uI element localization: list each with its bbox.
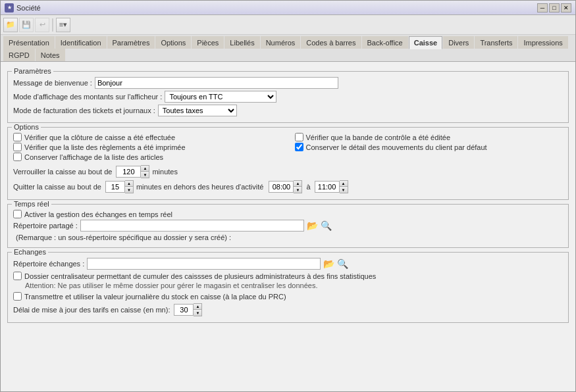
cloture-label: Vérifier que la clôture de caisse a été … (24, 134, 175, 141)
affichage-row: Conserver l'affichage de la liste des ar… (13, 153, 282, 161)
repertoire-echanges-input[interactable] (87, 258, 321, 270)
repertoire-partage-label: Répertoire partagé : (13, 222, 78, 230)
heure-fin-arrows: ▲ ▼ (340, 180, 348, 193)
repertoire-echanges-label: Répertoire échanges : (13, 260, 84, 268)
tab-rgpd[interactable]: RGPD (3, 49, 35, 61)
quitter-arrows: ▲ ▼ (125, 180, 134, 193)
heure-debut-arrows: ▲ ▼ (294, 180, 302, 193)
tab-divers[interactable]: Divers (443, 36, 474, 49)
tab-back-office[interactable]: Back-office (362, 36, 408, 49)
title-bar-buttons: ─ □ ✕ (537, 3, 571, 12)
facturation-tickets-select[interactable]: Toutes taxes (158, 105, 237, 116)
toolbar-separator (52, 18, 53, 32)
title-bar: ★ Société ─ □ ✕ (1, 1, 575, 15)
affichage-checkbox[interactable] (13, 153, 22, 161)
content-area: Paramètres Message de bienvenue : Mode d… (1, 62, 575, 391)
undo-btn[interactable]: ↩ (35, 18, 49, 32)
affichage-label: Conserver l'affichage de la liste des ar… (24, 153, 163, 161)
repertoire-partage-search-icon[interactable]: 🔍 (321, 220, 332, 231)
parametres-section: Paramètres Message de bienvenue : Mode d… (7, 71, 569, 123)
main-window: ★ Société ─ □ ✕ 📁 💾 ↩ ≡▾ Présentation Id… (0, 0, 576, 392)
repertoire-echanges-folder-icon[interactable]: 📂 (323, 258, 334, 269)
tab-identification[interactable]: Identification (55, 36, 107, 49)
verrouiller-down[interactable]: ▼ (141, 172, 149, 178)
verrouiller-unit: minutes (152, 168, 178, 176)
heure-debut-input[interactable] (269, 181, 294, 193)
tab-presentation[interactable]: Présentation (3, 36, 55, 49)
remarque-row: (Remarque : un sous-répertoire spécifiqu… (16, 233, 563, 241)
transmettre-checkbox[interactable] (13, 292, 22, 301)
bande-checkbox[interactable] (295, 133, 303, 141)
delai-spinner: ▲ ▼ (174, 303, 202, 316)
title-bar-left: ★ Société (5, 3, 41, 12)
quitter-unit: minutes en dehors des heures d'activité (136, 183, 264, 191)
activer-echanges-checkbox[interactable] (13, 210, 22, 218)
maximize-btn[interactable]: □ (549, 3, 560, 12)
verrouiller-label: Verrouiller la caisse au bout de (13, 168, 112, 176)
dossier-centralisateur-checkbox[interactable] (13, 272, 22, 280)
bande-label: Vérifier que la bande de contrôle a été … (306, 134, 451, 141)
tab-notes[interactable]: Notes (36, 49, 65, 61)
options-col-left: Vérifier que la clôture de caisse a été … (13, 133, 282, 162)
tab-options[interactable]: Options (155, 36, 191, 49)
tab-codes-barres[interactable]: Codes à barres (301, 36, 361, 49)
repertoire-echanges-row: Répertoire échanges : 📂 🔍 (13, 258, 563, 270)
app-icon: ★ (5, 3, 14, 12)
options-two-col: Vérifier que la clôture de caisse a été … (13, 133, 563, 162)
quitter-label: Quitter la caisse au bout de (13, 183, 101, 191)
cloture-checkbox[interactable] (13, 133, 22, 141)
verrouiller-up[interactable]: ▲ (141, 166, 149, 172)
heure-fin-input[interactable] (315, 181, 340, 193)
tab-parametres[interactable]: Paramètres (107, 36, 155, 49)
delai-label: Délai de mise à jour des tarifs en caiss… (13, 306, 170, 314)
facturation-tickets-row: Mode de facturation des tickets et journ… (13, 105, 563, 116)
message-bienvenue-input[interactable] (95, 77, 338, 89)
window-title: Société (16, 4, 41, 12)
reglements-label: Vérifier que la liste des règlements a é… (24, 143, 186, 151)
reglements-checkbox[interactable] (13, 143, 22, 151)
verrouiller-input[interactable] (116, 166, 141, 178)
save-btn[interactable]: 💾 (19, 18, 34, 32)
tab-pieces[interactable]: Pièces (192, 36, 224, 49)
activer-echanges-label: Activer la gestion des échanges en temps… (24, 210, 172, 218)
options-section: Options Vérifier que la clôture de caiss… (7, 127, 569, 200)
tab-impressions[interactable]: Impressions (518, 36, 567, 49)
transmettre-row: Transmettre et utiliser la valeur journa… (13, 292, 563, 301)
settings-btn[interactable]: ≡▾ (56, 18, 70, 32)
tab-libelles[interactable]: Libellés (224, 36, 259, 49)
heure-fin-down[interactable]: ▼ (340, 187, 348, 193)
verrouiller-row: Verrouiller la caisse au bout de ▲ ▼ min… (13, 165, 563, 178)
minimize-btn[interactable]: ─ (537, 3, 548, 12)
tab-transferts[interactable]: Transferts (475, 36, 517, 49)
verrouiller-arrows: ▲ ▼ (141, 165, 149, 178)
mouvements-row: Conserver le détail des mouvements du cl… (295, 143, 563, 151)
temps-reel-section: Temps réel Activer la gestion des échang… (7, 204, 569, 248)
message-bienvenue-label: Message de bienvenue : (13, 79, 92, 87)
repertoire-partage-folder-icon[interactable]: 📂 (307, 220, 318, 231)
tab-caisse[interactable]: Caisse (409, 36, 442, 49)
heure-fin-up[interactable]: ▲ (340, 181, 348, 187)
close-btn[interactable]: ✕ (561, 3, 571, 12)
open-folder-btn[interactable]: 📁 (3, 18, 18, 32)
delai-up[interactable]: ▲ (194, 304, 201, 310)
reglements-row: Vérifier que la liste des règlements a é… (13, 143, 282, 151)
quitter-row: Quitter la caisse au bout de ▲ ▼ minutes… (13, 180, 563, 193)
quitter-up[interactable]: ▲ (125, 181, 133, 187)
quitter-down[interactable]: ▼ (125, 187, 133, 193)
tab-numeros[interactable]: Numéros (261, 36, 301, 49)
quitter-input[interactable] (105, 181, 125, 193)
heure-debut-down[interactable]: ▼ (294, 187, 301, 193)
options-section-label: Options (12, 123, 41, 131)
heure-fin-spinner: ▲ ▼ (315, 180, 348, 193)
repertoire-echanges-search-icon[interactable]: 🔍 (337, 258, 348, 269)
mouvements-label: Conserver le détail des mouvements du cl… (306, 143, 487, 151)
delai-down[interactable]: ▼ (194, 310, 201, 316)
repertoire-partage-input[interactable] (80, 220, 304, 232)
message-bienvenue-row: Message de bienvenue : (13, 77, 563, 89)
affichage-montants-select[interactable]: Toujours en TTC (165, 91, 276, 103)
delai-row: Délai de mise à jour des tarifs en caiss… (13, 303, 563, 316)
quitter-spinner: ▲ ▼ (105, 180, 134, 193)
heure-debut-up[interactable]: ▲ (294, 181, 301, 187)
mouvements-checkbox[interactable] (295, 143, 303, 151)
delai-input[interactable] (174, 304, 194, 316)
